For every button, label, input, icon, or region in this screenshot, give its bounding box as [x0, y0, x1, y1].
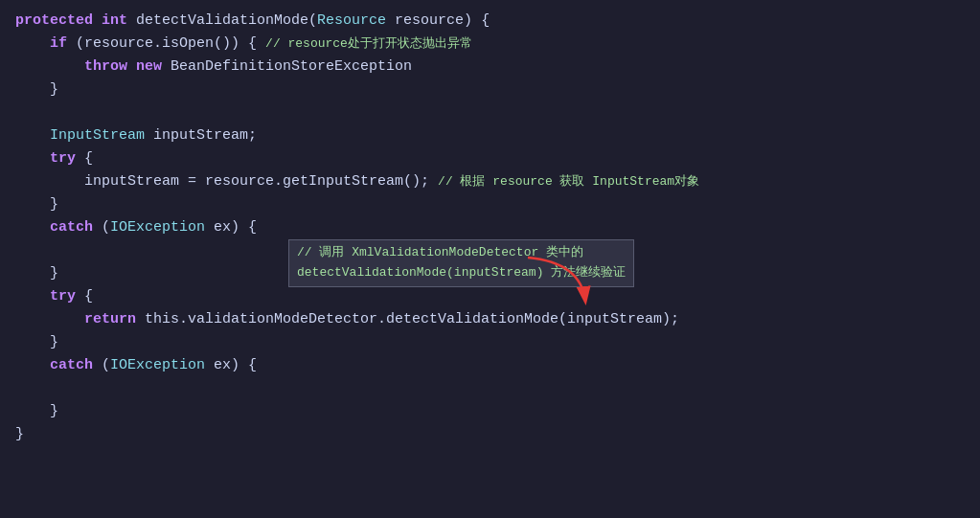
keyword-throw: throw [84, 58, 127, 75]
catch-ioexception-2: (IOException ex) { [93, 357, 257, 373]
code-line-17 [15, 377, 965, 400]
code-line-8: inputStream = resource.getInputStream();… [15, 170, 965, 193]
close-brace-5: } [50, 403, 58, 419]
code-line-10: catch (IOException ex) { [15, 216, 965, 239]
keyword-if: if [50, 35, 67, 52]
keyword-int: int [102, 12, 127, 29]
close-brace-1: } [50, 81, 58, 98]
code-line-2: if (resource.isOpen()) { // resource处于打开… [15, 33, 965, 56]
code-line-9: } [15, 193, 965, 216]
code-line-14: return this.validationModeDetector.detec… [15, 308, 965, 331]
if-condition: (resource.isOpen()) { [67, 35, 265, 52]
catch-ioexception-1: (IOException ex) { [93, 219, 257, 236]
code-line-3: throw new BeanDefinitionStoreException [15, 56, 965, 79]
var-inputstream: inputStream; [145, 127, 257, 144]
keyword-new: new [136, 58, 162, 75]
keyword-catch-2: catch [50, 357, 93, 373]
keyword-try-1: try [50, 150, 76, 167]
close-brace-main: } [15, 426, 24, 442]
try-brace-2: { [76, 288, 93, 304]
code-line-16: catch (IOException ex) { [15, 354, 965, 377]
code-line-15: } [15, 331, 965, 354]
code-line-5 [15, 101, 965, 124]
keyword-try-2: try [50, 288, 76, 304]
comment-2: // 根据 resource 获取 InputStream对象 [438, 174, 699, 189]
code-line-4: } [15, 79, 965, 101]
close-brace-3: } [50, 265, 58, 282]
type-inputstream: InputStream [50, 127, 145, 144]
exception-name: BeanDefinitionStoreException [162, 58, 412, 75]
comment-1: // resource处于打开状态抛出异常 [265, 36, 472, 51]
code-line-7: try { [15, 147, 965, 170]
code-line-1: protected int detectValidationMode(Resou… [15, 10, 965, 33]
code-line-13: try { [15, 285, 965, 308]
code-block: protected int detectValidationMode(Resou… [15, 10, 965, 446]
getinputstream-call: inputStream = resource.getInputStream(); [84, 173, 438, 190]
keyword-return: return [84, 311, 136, 327]
keyword-catch-1: catch [50, 219, 93, 236]
close-brace-2: } [50, 196, 58, 213]
code-line-6: InputStream inputStream; [15, 124, 965, 147]
keyword-protected: protected [15, 12, 93, 29]
code-area: protected int detectValidationMode(Resou… [15, 10, 965, 446]
code-line-18: } [15, 400, 965, 423]
code-line-19: } [15, 423, 965, 446]
try-brace-1: { [76, 150, 93, 167]
return-statement: this.validationModeDetector.detectValida… [136, 311, 679, 327]
method-sig: detectValidationMode(Resource resource) … [127, 12, 490, 29]
close-brace-4: } [50, 334, 58, 350]
